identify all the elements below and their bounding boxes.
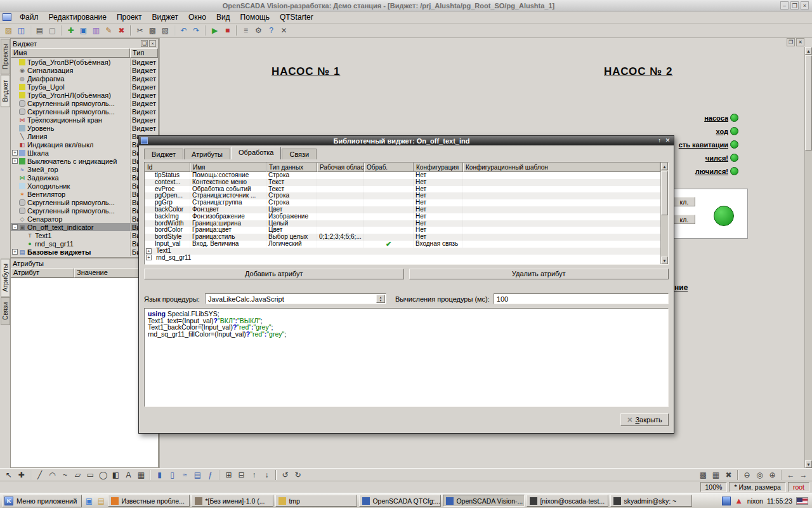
- tree-expander-icon[interactable]: +: [12, 150, 18, 156]
- menu-item-Помощь[interactable]: Помощь: [235, 11, 275, 23]
- settings-icon[interactable]: ⚙: [252, 25, 265, 37]
- column-header[interactable]: Обраб.: [364, 163, 414, 172]
- close-dialog-button[interactable]: ✕ Закрыть: [620, 413, 669, 426]
- scrollbar-thumb[interactable]: [805, 55, 812, 150]
- scroll-up-icon[interactable]: ▲: [661, 163, 668, 170]
- delete-icon[interactable]: ✖: [115, 25, 128, 37]
- widget-tree-item[interactable]: УровеньВиджет: [11, 124, 158, 132]
- window-tile-icon[interactable]: ▦: [710, 469, 722, 481]
- widget-tree-item[interactable]: +ШкалаВиджет: [11, 149, 158, 157]
- attribute-row[interactable]: bordStyleГраница:стильВыбор целых0;1;2;3…: [145, 234, 660, 241]
- image-tool-icon[interactable]: ▦: [135, 469, 147, 481]
- run-icon[interactable]: ▶: [209, 25, 221, 37]
- attribute-row[interactable]: context...Контекстное менюТекстНет: [145, 179, 660, 186]
- widget-tree-item[interactable]: ╲ЛинияВиджет: [11, 132, 158, 140]
- clock[interactable]: 11:55:23: [767, 497, 792, 505]
- widget-tree-item[interactable]: ✶ВентиляторВиджет: [11, 190, 158, 198]
- widget-tree-item[interactable]: ◇СепараторВиджет: [11, 215, 158, 223]
- taskbar-task[interactable]: [nixon@oscada-test...: [527, 495, 608, 507]
- widget-tree-item[interactable]: Скругленный прямоуголь...Виджет: [11, 107, 158, 116]
- window-cascade-icon[interactable]: ▩: [697, 469, 709, 481]
- save-icon[interactable]: ◫: [15, 25, 27, 37]
- redo-icon[interactable]: ↷: [190, 25, 202, 37]
- rect-icon[interactable]: ▭: [84, 469, 96, 481]
- ungroup-icon[interactable]: ⊟: [235, 469, 247, 481]
- taskbar-task[interactable]: OpenSCADA Vision-...: [443, 495, 525, 507]
- diagram-widget-icon[interactable]: ≈: [179, 469, 191, 481]
- taskbar-task[interactable]: OpenSCADA QTCfg:...: [359, 495, 441, 507]
- dock-tab-Связи[interactable]: Связи: [1, 297, 10, 325]
- off-button[interactable]: кл.: [673, 215, 695, 224]
- current-user[interactable]: root: [788, 482, 809, 492]
- minimize-button[interactable]: –: [780, 1, 789, 10]
- keyboard-layout-flag-icon[interactable]: [796, 497, 808, 505]
- attribute-row[interactable]: Input_valВход. ВеличинаЛогический✔Входна…: [145, 241, 660, 248]
- undo-icon[interactable]: ↶: [178, 25, 190, 37]
- attribute-row[interactable]: pgGrpСтраница:группаСтрокаНет: [145, 199, 660, 206]
- menu-item-Виджет[interactable]: Виджет: [147, 11, 183, 23]
- procedure-language-select[interactable]: JavaLikeCalc.JavaScript ▲▼: [205, 293, 386, 304]
- widget-tree-item[interactable]: -▣On_off_text_indicatorВиджет: [11, 223, 158, 231]
- paste-icon[interactable]: ▧: [159, 25, 171, 37]
- widget-tree-item[interactable]: ≈Змей_горВиджет: [11, 165, 158, 173]
- level-widget-icon[interactable]: ▮: [154, 469, 166, 481]
- menu-item-Вид[interactable]: Вид: [211, 11, 235, 23]
- widget-tree-item[interactable]: ◍ДиафрагмаВиджет: [11, 74, 158, 83]
- window-close-icon[interactable]: ✖: [723, 469, 735, 481]
- tree-expander-icon[interactable]: -: [12, 224, 18, 230]
- float-panel-icon[interactable]: ❏: [141, 40, 148, 47]
- display-settings-icon[interactable]: [722, 497, 731, 505]
- tree-expander-icon[interactable]: +: [12, 158, 18, 164]
- show-desktop-icon[interactable]: ▣: [84, 496, 94, 506]
- exit-icon[interactable]: ✕: [278, 25, 290, 37]
- dialog-tab-Виджет[interactable]: Виджет: [144, 149, 183, 159]
- undo-figure-icon[interactable]: ↺: [279, 469, 291, 481]
- scroll-down-icon[interactable]: ▼: [805, 460, 812, 468]
- print-icon[interactable]: ▤: [34, 25, 46, 37]
- ellipse-icon[interactable]: ◯: [97, 469, 109, 481]
- line-icon[interactable]: ╱: [34, 469, 46, 481]
- remove-attribute-button[interactable]: Удалить атрибут: [409, 269, 669, 279]
- attribute-group-row[interactable]: +rnd_sq_gr11: [145, 255, 660, 262]
- applications-menu-button[interactable]: K Меню приложений: [2, 495, 82, 507]
- widget-tree-item[interactable]: Скругленный прямоуголь...Виджет: [11, 99, 158, 107]
- lower-icon[interactable]: ↓: [261, 469, 273, 481]
- polygon-icon[interactable]: ▱: [72, 469, 84, 481]
- attribute-row[interactable]: tipStatusПомощь:состояниеСтрокаНет: [145, 172, 660, 179]
- file-manager-icon[interactable]: ▤: [96, 496, 106, 506]
- widget-tree-item[interactable]: ◉СигнализацияВиджет: [11, 66, 158, 74]
- widget-tree-item[interactable]: ХолодильникВиджет: [11, 182, 158, 190]
- dialog-tab-Обработка[interactable]: Обработка: [231, 147, 281, 159]
- attribute-row[interactable]: evProcОбработка событийТекстНет: [145, 186, 660, 193]
- help-icon[interactable]: ?: [265, 25, 277, 37]
- new-library-icon[interactable]: ▥: [90, 25, 102, 37]
- widget-tree-item[interactable]: ●rnd_sq_gr11Виджет: [11, 239, 158, 248]
- redo-figure-icon[interactable]: ↻: [292, 469, 304, 481]
- scale-widget-icon[interactable]: ▯: [166, 469, 178, 481]
- scrollbar-thumb[interactable]: [661, 171, 668, 215]
- group-icon[interactable]: ⊞: [223, 469, 235, 481]
- open-file-icon[interactable]: ▨: [3, 25, 15, 37]
- column-header[interactable]: Конфигурация: [414, 163, 463, 172]
- column-header-name[interactable]: Имя: [11, 48, 130, 58]
- restore-subwindow-icon[interactable]: ❐: [787, 38, 795, 46]
- attribute-row[interactable]: backColorФон:цветЦветНет: [145, 206, 660, 213]
- close-panel-icon[interactable]: ×: [149, 40, 156, 47]
- properties-icon[interactable]: ≡: [240, 25, 252, 37]
- procedure-code-editor[interactable]: using Special.FLibSYS;Text1_text=(Input_…: [144, 308, 669, 407]
- add-attribute-button[interactable]: Добавить атрибут: [144, 269, 404, 279]
- spinner-arrows-icon[interactable]: ▲▼: [376, 295, 385, 303]
- tree-expander-icon[interactable]: +: [146, 248, 152, 254]
- pan-icon[interactable]: ✚: [15, 469, 27, 481]
- dialog-titlebar[interactable]: Библиотечный виджет: On_off_text_ind ↑ ✕: [139, 136, 674, 145]
- widget-tree-item[interactable]: +▤Базовые виджетыБиблиотека: [11, 248, 158, 256]
- tree-expander-icon[interactable]: +: [12, 249, 18, 255]
- menu-item-QTStarter[interactable]: QTStarter: [275, 11, 318, 23]
- widget-tree-item[interactable]: Труба_UgolВиджет: [11, 83, 158, 91]
- column-header-attribute[interactable]: Атрибут: [11, 268, 74, 277]
- attribute-row[interactable]: backImgФон:изображениеИзображениеНет: [145, 213, 660, 220]
- fill-icon[interactable]: ◧: [110, 469, 122, 481]
- dock-tab-Атрибуты[interactable]: Атрибуты: [1, 258, 10, 297]
- tree-expander-icon[interactable]: +: [146, 255, 152, 260]
- function-widget-icon[interactable]: ƒ: [204, 469, 216, 481]
